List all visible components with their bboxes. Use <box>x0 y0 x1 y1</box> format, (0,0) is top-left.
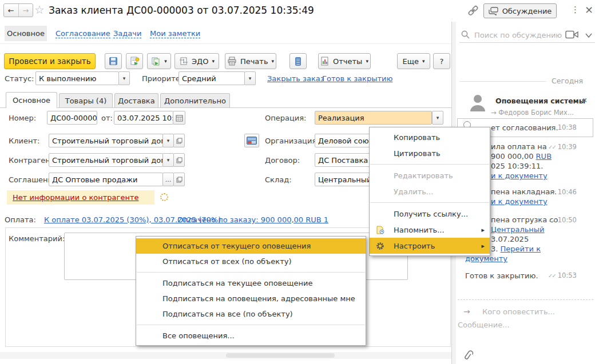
message-text: Готов к закрытию. <box>465 271 538 281</box>
app-window: ← → ☆ Заказ клиента ДС00-000003 от 03.07… <box>0 0 599 364</box>
close-order-link[interactable]: Закрыть заказ <box>267 74 324 83</box>
tab-main[interactable]: Основное <box>5 26 47 41</box>
form-tab-additional[interactable]: Дополнительно <box>160 93 230 108</box>
attach-paperclip-icon[interactable] <box>463 350 474 362</box>
edo-button[interactable]: ЭДО▾ <box>174 53 219 69</box>
post-and-close-button[interactable]: Провести и закрыть <box>4 53 96 69</box>
post-document-button[interactable] <box>126 53 143 69</box>
ready-to-close-link[interactable]: Готов к закрытию <box>322 74 392 83</box>
priority-dropdown-icon[interactable]: ▾ <box>244 71 256 85</box>
form-tab-goods[interactable]: Товары (4) <box>59 93 113 108</box>
menu-item-remind[interactable]: Напомнить... ▸ <box>370 222 490 238</box>
more-button[interactable]: Еще▾ <box>397 53 430 69</box>
contract-value: ДС Поставка и <box>318 156 375 165</box>
operation-field[interactable]: Реализация <box>315 111 432 125</box>
menu-item-label: Подписаться на все (по объекту) <box>162 310 293 318</box>
agreement-value: ДС Оптовые продажи <box>52 175 138 184</box>
close-panel-icon[interactable]: × <box>585 3 593 15</box>
counterparty-open-button[interactable] <box>173 153 185 167</box>
notify-arrow-icon: → <box>463 307 470 316</box>
client-dossier-button[interactable] <box>244 134 259 147</box>
favorite-star-icon[interactable]: ☆ <box>34 3 45 17</box>
status-dropdown-icon[interactable]: ▾ <box>118 71 130 85</box>
discussion-search-input[interactable]: Поиск по обсуждению <box>474 31 562 39</box>
client-field[interactable]: Строительный торговый дом "Петрович" <box>49 134 163 147</box>
submenu-arrow-icon: ▸ <box>481 226 485 234</box>
tab-approval[interactable]: Согласование <box>55 29 110 38</box>
menu-item-quote[interactable]: Цитировать <box>370 145 490 161</box>
number-label: Номер: <box>9 114 36 122</box>
create-based-on-button[interactable]: ▾ <box>147 53 171 69</box>
go-to-document-link[interactable]: Перейти к <box>501 245 541 253</box>
counterparty-warning-link[interactable]: Нет информации о контрагенте <box>13 193 138 202</box>
dropdown-icon: ▾ <box>212 58 215 64</box>
counterparty-dropdown-icon[interactable]: ▾ <box>162 153 174 167</box>
help-button[interactable]: ? <box>433 53 450 69</box>
save-button[interactable] <box>105 53 122 69</box>
operation-dropdown-icon[interactable]: ▾ <box>432 111 443 125</box>
message-line: 900 000,00 <box>491 152 536 161</box>
read-ticks-icon: ✓✓ <box>548 189 556 195</box>
date-field[interactable]: 03.07.2025 10:35:49 <box>114 111 173 125</box>
form-tab-main[interactable]: Основное <box>6 92 57 108</box>
discussion-toggle-button[interactable]: Обсуждение <box>483 3 557 18</box>
form-tab-delivery[interactable]: Доставка <box>114 93 158 108</box>
go-to-document-link[interactable]: и к документу <box>491 171 548 180</box>
agreement-field[interactable]: ДС Оптовые продажи <box>49 173 163 186</box>
message-context-menu: Копировать Цитировать Редактировать Удал… <box>369 127 490 256</box>
menu-item-all-notifications[interactable]: Все оповещения... <box>136 328 366 343</box>
register-list-icon <box>294 57 302 66</box>
form-tab-delivery-label: Доставка <box>118 97 154 105</box>
tab-tasks[interactable]: Задачи <box>113 29 141 38</box>
priority-select[interactable]: Средний <box>178 71 245 85</box>
organization-value: Деловой союз <box>318 137 373 145</box>
reply-icon[interactable]: « <box>581 94 587 105</box>
read-ticks-icon: ✓✓ <box>548 273 556 279</box>
status-select[interactable]: К выполнению <box>35 71 119 85</box>
reports-button[interactable]: Отчеты▾ <box>318 53 371 69</box>
warehouse-link[interactable]: Центральный <box>491 225 545 234</box>
message-input[interactable]: Сообщение... <box>458 321 510 329</box>
number-field[interactable]: ДС00-000003 <box>47 111 97 125</box>
menu-separator <box>370 202 489 203</box>
go-to-document-link[interactable]: и к документу <box>491 197 548 206</box>
kebab-menu-icon[interactable]: ⋮ <box>571 5 580 15</box>
agreement-choose-button[interactable]: ... <box>162 173 174 186</box>
rub-link[interactable]: RUB <box>536 152 552 161</box>
calendar-button[interactable] <box>173 111 185 125</box>
menu-item-label: Редактировать <box>394 171 453 180</box>
horizontal-scrollbar-thumb[interactable] <box>226 353 335 358</box>
menu-item-configure[interactable]: Настроить ▸ <box>370 238 490 254</box>
time-value: 10:46 <box>558 188 577 196</box>
warehouse-value: Центральный <box>318 175 372 184</box>
menu-item-label: Напомнить... <box>394 226 445 234</box>
copy-link-icon[interactable] <box>467 5 479 17</box>
chevron-down-icon[interactable] <box>585 31 593 37</box>
message-payment: ила оплата на 900 000,00 RUB 025 10:39:1… <box>491 142 552 181</box>
structure-button[interactable] <box>289 53 307 69</box>
back-icon[interactable]: ← <box>4 4 19 17</box>
tab-my-notes[interactable]: Мои заметки <box>150 29 200 38</box>
menu-item-subscribe-all[interactable]: Подписаться на все (по объекту) <box>136 306 366 322</box>
menu-item-unsubscribe-current[interactable]: Отписаться от текущего оповещения <box>136 238 366 254</box>
report-chart-icon <box>320 57 330 66</box>
payment-received-link[interactable]: Оплачено по заказу: 900 000,00 RUB 1 <box>177 215 328 224</box>
notify-whom-input[interactable]: Кого оповестить... <box>482 307 555 316</box>
composer-divider <box>458 299 593 300</box>
menu-item-copy[interactable]: Копировать <box>370 129 490 145</box>
menu-item-label: Отписаться от текущего оповещения <box>162 242 311 250</box>
agreement-open-button[interactable] <box>173 173 185 186</box>
discussion-label: Обсуждение <box>502 7 552 15</box>
counterparty-field[interactable]: Строительный торговый дом "Петрович" <box>49 153 163 167</box>
client-dropdown-icon[interactable]: ▾ <box>162 134 174 147</box>
time-value: 10:53 <box>558 271 577 279</box>
print-button[interactable]: Печать▾ <box>225 53 276 69</box>
menu-item-subscribe-current[interactable]: Подписаться на текущее оповещение <box>136 275 366 291</box>
menu-item-unsubscribe-all[interactable]: Отписаться от всех (по объекту) <box>136 254 366 269</box>
forward-icon[interactable]: → <box>19 4 33 17</box>
menu-item-get-link[interactable]: Получить ссылку... <box>370 206 490 222</box>
video-call-icon[interactable] <box>565 30 579 39</box>
menu-item-subscribe-addressed[interactable]: Подписаться на оповещения, адресованные … <box>136 291 366 306</box>
client-open-button[interactable] <box>173 134 185 147</box>
submenu-arrow-icon: ▸ <box>481 242 485 250</box>
